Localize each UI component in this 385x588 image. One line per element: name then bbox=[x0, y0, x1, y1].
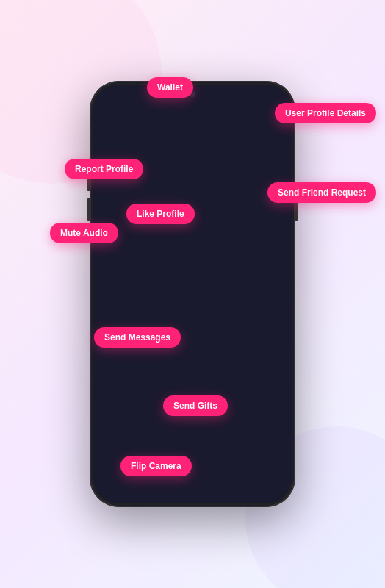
phone-screen: ▽ ◎ + 👤 👩 Roy Mendez 👍 bbox=[97, 88, 288, 500]
user-info-text: Roy Mendez 👍 254 bbox=[137, 132, 184, 148]
vip-label: VIP bbox=[261, 135, 272, 142]
send-friend-tooltip-label: Send Friend Request bbox=[278, 187, 366, 198]
chat-avatar-2 bbox=[157, 417, 172, 432]
bottom-right-icons: 💬 🔔 bbox=[223, 465, 273, 485]
user-info-row: 👩 Roy Mendez 👍 254 bbox=[106, 126, 184, 153]
send-messages-tooltip[interactable]: Send Messages bbox=[94, 327, 181, 348]
secondary-person bbox=[114, 382, 143, 426]
volume-icon[interactable]: 🔊 bbox=[104, 203, 123, 222]
stop-button[interactable] bbox=[190, 112, 204, 122]
user-profile-tooltip-label: User Profile Details bbox=[285, 108, 366, 118]
secondary-video-thumbnail[interactable] bbox=[104, 375, 152, 434]
wallet-tooltip[interactable]: Wallet bbox=[147, 77, 193, 98]
like-profile-tooltip-label: Like Profile bbox=[137, 209, 184, 219]
coin-icon[interactable]: ◎ bbox=[229, 109, 245, 125]
mute-audio-tooltip[interactable]: Mute Audio bbox=[50, 223, 118, 243]
report-profile-tooltip-label: Report Profile bbox=[75, 164, 133, 174]
send-gifts-tooltip-label: Send Gifts bbox=[173, 401, 217, 411]
audio-icon[interactable]: 🔔 bbox=[253, 465, 273, 485]
secondary-body bbox=[115, 401, 142, 423]
like-count-badge: 👍 254 bbox=[137, 140, 184, 148]
send-friend-tooltip[interactable]: Send Friend Request bbox=[267, 182, 376, 203]
flip-camera-tooltip-label: Flip Camera bbox=[131, 461, 181, 471]
plus-badge[interactable]: + bbox=[244, 111, 256, 123]
volume-down-button bbox=[87, 198, 90, 220]
grid-layout-button[interactable] bbox=[209, 109, 225, 125]
flip-camera-tooltip[interactable]: Flip Camera bbox=[120, 456, 192, 476]
filter-icon[interactable]: ▽ bbox=[104, 111, 112, 123]
user-profile-tooltip[interactable]: User Profile Details bbox=[275, 103, 376, 123]
messages-icon[interactable]: 💬 bbox=[223, 465, 244, 485]
report-profile-tooltip[interactable]: Report Profile bbox=[65, 159, 143, 179]
wallet-tooltip-label: Wallet bbox=[157, 82, 183, 93]
secondary-head bbox=[120, 382, 137, 400]
streamer-avatar[interactable]: 👩 bbox=[106, 126, 132, 153]
chat-text-2: ✓ Nice to meet you bbox=[181, 421, 245, 429]
streamer-name: Roy Mendez bbox=[137, 132, 184, 140]
mute-audio-tooltip-label: Mute Audio bbox=[60, 228, 108, 238]
chat-message-2: ✓ Nice to meet you bbox=[157, 417, 251, 432]
heart-icon[interactable]: ❤️ bbox=[258, 279, 278, 298]
vip-badge: VIP bbox=[253, 125, 279, 151]
send-gifts-tooltip[interactable]: Send Gifts bbox=[163, 395, 228, 416]
chat-bubble-2: ✓ Nice to meet you bbox=[176, 419, 251, 431]
top-bar: ▽ ◎ + 👤 bbox=[97, 88, 288, 129]
like-profile-tooltip[interactable]: Like Profile bbox=[126, 204, 195, 224]
send-messages-tooltip-label: Send Messages bbox=[104, 332, 170, 343]
phone-frame: ▽ ◎ + 👤 👩 Roy Mendez 👍 bbox=[90, 81, 295, 507]
like-icon: 👍 bbox=[140, 141, 148, 148]
like-number: 254 bbox=[149, 141, 159, 148]
